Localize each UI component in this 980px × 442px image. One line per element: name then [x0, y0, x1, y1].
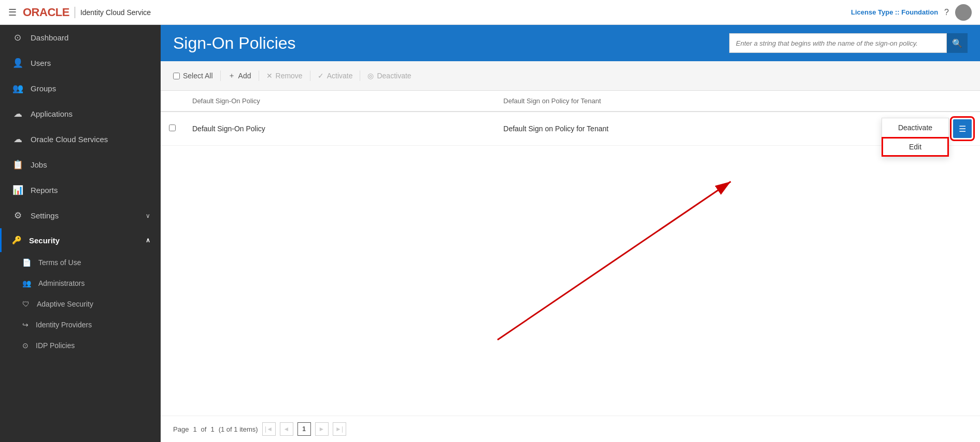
select-all-checkbox[interactable] — [173, 73, 180, 79]
search-input[interactable] — [729, 33, 947, 53]
settings-icon: ⚙ — [12, 210, 23, 221]
page-title: Sign-On Policies — [173, 34, 296, 53]
sidebar-label-applications: Applications — [31, 109, 150, 118]
dashboard-icon: ⊙ — [12, 32, 23, 43]
sidebar-item-security[interactable]: 🔑 Security ∧ — [0, 228, 161, 252]
remove-icon: ✕ — [266, 72, 273, 80]
content-area: Sign-On Policies 🔍 Select All ＋ Add ✕ Re… — [161, 25, 980, 442]
security-chevron: ∧ — [146, 237, 150, 244]
oracle-cloud-services-icon: ☁ — [12, 134, 23, 145]
dropdown-menu: Deactivate Edit — [882, 118, 949, 157]
service-name: Identity Cloud Service — [80, 8, 151, 17]
col-actions — [918, 91, 980, 112]
sidebar-label-adaptive-security: Adaptive Security — [37, 300, 93, 308]
sidebar: ⊙ Dashboard 👤 Users 👥 Groups ☁ Applicati… — [0, 25, 161, 442]
sidebar-label-idp-policies: IDP Policies — [36, 341, 75, 350]
sidebar-item-reports[interactable]: 📊 Reports — [0, 177, 161, 203]
pagination-last[interactable]: ►| — [333, 422, 346, 436]
sidebar-label-oracle-cloud-services: Oracle Cloud Services — [31, 135, 150, 144]
toolbar: Select All ＋ Add ✕ Remove ✓ Activate ◎ D… — [161, 61, 980, 91]
sidebar-item-oracle-cloud-services[interactable]: ☁ Oracle Cloud Services — [0, 127, 161, 152]
oracle-logo-text: ORACLE — [23, 6, 69, 19]
table-area: Default Sign-On Policy Default Sign on P… — [161, 91, 980, 416]
col-policy-description: Default Sign on Policy for Tenant — [495, 91, 918, 112]
sidebar-item-settings[interactable]: ⚙ Settings ∨ — [0, 203, 161, 228]
sidebar-label-identity-providers: Identity Providers — [36, 321, 92, 329]
items-count: (1 of 1 items) — [219, 425, 258, 433]
sidebar-label-security: Security — [29, 236, 138, 245]
dropdown-item-deactivate[interactable]: Deactivate — [882, 118, 948, 137]
add-button[interactable]: ＋ Add — [221, 66, 259, 85]
activate-button[interactable]: ✓ Activate — [310, 66, 360, 85]
hamburger-icon[interactable]: ☰ — [8, 7, 17, 18]
terms-of-use-icon: 📄 — [22, 258, 31, 267]
sidebar-item-jobs[interactable]: 📋 Jobs — [0, 152, 161, 177]
col-policy-name: Default Sign-On Policy — [184, 91, 495, 112]
logo-divider — [75, 7, 75, 18]
page-header: Sign-On Policies 🔍 — [161, 25, 980, 61]
search-button[interactable]: 🔍 — [947, 33, 968, 53]
search-area: 🔍 — [729, 33, 968, 53]
user-avatar[interactable] — [955, 4, 972, 21]
table-row: Default Sign-On Policy Default Sign on P… — [161, 112, 980, 146]
sidebar-item-identity-providers[interactable]: ↪ Identity Providers — [0, 314, 161, 335]
reports-icon: 📊 — [12, 185, 23, 196]
identity-providers-icon: ↪ — [22, 321, 29, 329]
sidebar-item-adaptive-security[interactable]: 🛡 Adaptive Security — [0, 294, 161, 314]
sidebar-label-terms-of-use: Terms of Use — [38, 258, 81, 267]
header-right: License Type :: Foundation ? — [851, 4, 972, 21]
row-checkbox-cell[interactable] — [161, 112, 184, 146]
sidebar-label-groups: Groups — [31, 84, 150, 93]
sidebar-label-reports: Reports — [31, 186, 150, 195]
deactivate-button[interactable]: ◎ Deactivate — [360, 66, 418, 85]
sidebar-label-settings: Settings — [31, 211, 138, 220]
add-icon: ＋ — [228, 71, 235, 80]
select-all-label: Select All — [183, 72, 213, 80]
help-icon[interactable]: ? — [944, 8, 949, 17]
pagination-first[interactable]: |◄ — [262, 422, 276, 436]
header-left: ☰ ORACLE Identity Cloud Service — [8, 6, 151, 19]
sidebar-item-groups[interactable]: 👥 Groups — [0, 76, 161, 101]
security-icon: 🔑 — [12, 236, 22, 245]
row-policy-description: Default Sign on Policy for Tenant — [495, 112, 918, 146]
current-page: 1 — [193, 425, 196, 433]
pagination-current[interactable]: 1 — [297, 422, 311, 436]
page-label: Page — [173, 425, 189, 433]
pagination-prev[interactable]: ◄ — [280, 422, 293, 436]
applications-icon: ☁ — [12, 108, 23, 119]
pagination-area: Page 1 of 1 (1 of 1 items) |◄ ◄ 1 ► ►| — [161, 416, 980, 442]
top-header: ☰ ORACLE Identity Cloud Service License … — [0, 0, 980, 25]
row-policy-name: Default Sign-On Policy — [184, 112, 495, 146]
sidebar-item-applications[interactable]: ☁ Applications — [0, 101, 161, 127]
idp-policies-icon: ⊙ — [22, 341, 29, 350]
sidebar-item-idp-policies[interactable]: ⊙ IDP Policies — [0, 335, 161, 356]
of-label: of — [201, 425, 207, 433]
sidebar-item-dashboard[interactable]: ⊙ Dashboard — [0, 25, 161, 50]
sidebar-label-jobs: Jobs — [31, 160, 150, 169]
license-info: License Type :: Foundation — [851, 8, 938, 16]
sidebar-item-terms-of-use[interactable]: 📄 Terms of Use — [0, 252, 161, 273]
settings-chevron: ∨ — [146, 212, 150, 219]
sidebar-label-users: Users — [31, 59, 150, 67]
deactivate-icon: ◎ — [367, 72, 374, 80]
adaptive-security-icon: 🛡 — [22, 300, 30, 308]
row-action-button[interactable]: ☰ — [953, 119, 972, 138]
groups-icon: 👥 — [12, 83, 23, 94]
administrators-icon: 👥 — [22, 279, 31, 287]
svg-line-1 — [498, 182, 731, 340]
total-pages: 1 — [210, 425, 214, 433]
sidebar-item-administrators[interactable]: 👥 Administrators — [0, 273, 161, 294]
main-layout: ⊙ Dashboard 👤 Users 👥 Groups ☁ Applicati… — [0, 25, 980, 442]
users-icon: 👤 — [12, 58, 23, 68]
policy-table: Default Sign-On Policy Default Sign on P… — [161, 91, 980, 146]
col-checkbox — [161, 91, 184, 112]
remove-button[interactable]: ✕ Remove — [259, 66, 310, 85]
pagination-next[interactable]: ► — [315, 422, 329, 436]
dropdown-item-edit[interactable]: Edit — [882, 137, 948, 156]
sidebar-label-administrators: Administrators — [38, 279, 84, 287]
oracle-logo: ORACLE Identity Cloud Service — [23, 6, 151, 19]
sidebar-label-dashboard: Dashboard — [31, 33, 150, 42]
row-checkbox[interactable] — [169, 125, 176, 131]
activate-icon: ✓ — [318, 72, 324, 80]
sidebar-item-users[interactable]: 👤 Users — [0, 50, 161, 76]
